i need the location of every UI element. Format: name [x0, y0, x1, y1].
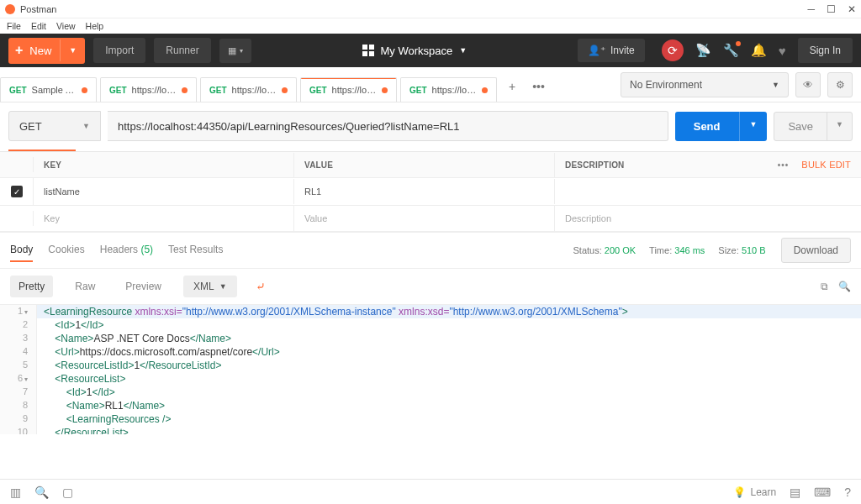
tab-overflow-button[interactable]: ••• — [524, 71, 553, 102]
url-input[interactable]: https://localhost:44350/api/LearningReso… — [108, 111, 668, 141]
signin-button[interactable]: Sign In — [798, 38, 853, 63]
checkbox-icon[interactable]: ✓ — [11, 186, 23, 197]
send-label: Send — [675, 112, 739, 141]
save-label: Save — [774, 113, 827, 140]
params-row: ✓ listName RL1 — [0, 178, 861, 206]
columns-options-button[interactable]: ••• — [778, 160, 790, 170]
person-plus-icon: 👤⁺ — [588, 45, 605, 56]
console-icon[interactable]: ▢ — [62, 486, 73, 499]
request-tab[interactable]: GEThttps://localh — [400, 77, 497, 102]
response-body-viewer[interactable]: 1▾<LearningResource xmlns:xsi="http://ww… — [0, 304, 861, 434]
tab-ribbon: GETSample API c GEThttps://localh GEThtt… — [0, 67, 861, 102]
request-tab[interactable]: GEThttps://localh — [100, 77, 197, 102]
plus-icon: + — [8, 43, 29, 58]
chevron-down-icon: ▼ — [219, 282, 227, 291]
wrap-lines-button[interactable]: ⤶ — [251, 276, 271, 297]
lightbulb-icon: 💡 — [733, 486, 746, 498]
help-icon[interactable]: ? — [844, 486, 851, 499]
col-value: VALUE — [294, 153, 555, 177]
param-value-input[interactable]: Value — [294, 206, 555, 231]
request-bar: GET ▼ https://localhost:44350/api/Learni… — [0, 102, 861, 150]
wrench-icon[interactable]: 🔧 — [723, 43, 739, 58]
response-meta-bar: Body Cookies Headers (5) Test Results St… — [0, 232, 861, 268]
size-value: 510 B — [742, 245, 766, 255]
learn-button[interactable]: 💡 Learn — [733, 486, 777, 498]
import-button[interactable]: Import — [93, 38, 145, 63]
settings-button[interactable]: ⚙ — [827, 72, 853, 97]
find-icon[interactable]: 🔍 — [34, 486, 49, 499]
environment-quicklook-button[interactable]: 👁 — [795, 72, 821, 97]
top-toolbar: + New ▼ Import Runner ▦▾ My Workspace ▼ … — [0, 34, 861, 67]
grid-icon — [362, 45, 374, 56]
chevron-down-icon[interactable]: ▼ — [60, 39, 85, 61]
request-tab[interactable]: GEThttps://localh — [200, 77, 297, 102]
heart-icon[interactable]: ♥ — [779, 44, 786, 58]
format-selector[interactable]: XML ▼ — [183, 276, 237, 297]
new-tab-button[interactable]: + — [500, 71, 524, 102]
environment-selector[interactable]: No Environment ▼ — [621, 72, 789, 97]
response-tab-body[interactable]: Body — [10, 239, 33, 262]
menu-help[interactable]: Help — [86, 21, 104, 31]
sync-status-icon[interactable]: ⟳ — [662, 39, 684, 61]
menu-file[interactable]: File — [7, 21, 21, 31]
view-preview-button[interactable]: Preview — [117, 276, 170, 297]
response-status-summary: Status: 200 OK Time: 346 ms Size: 510 B — [573, 245, 765, 255]
response-tab-headers[interactable]: Headers (5) — [100, 239, 153, 262]
chevron-down-icon: ▼ — [772, 81, 779, 89]
workspace-label: My Workspace — [381, 45, 453, 57]
download-button[interactable]: Download — [781, 238, 851, 263]
response-tab-cookies[interactable]: Cookies — [48, 239, 84, 262]
unsaved-dot-icon — [82, 87, 87, 93]
params-table: KEY VALUE DESCRIPTION ••• Bulk Edit ✓ li… — [0, 151, 861, 232]
view-pretty-button[interactable]: Pretty — [10, 276, 53, 297]
unsaved-dot-icon — [282, 87, 288, 93]
menu-view[interactable]: View — [56, 21, 76, 31]
keyboard-shortcuts-icon[interactable]: ⌨ — [814, 486, 831, 499]
request-tab[interactable]: GETSample API c — [0, 77, 97, 102]
params-row-empty: Key Value Description — [0, 206, 861, 232]
col-key: KEY — [34, 153, 294, 177]
params-header-row: KEY VALUE DESCRIPTION ••• Bulk Edit — [0, 152, 861, 178]
app-title: Postman — [20, 4, 807, 14]
chevron-down-icon: ▼ — [459, 46, 467, 55]
new-button-label: New — [29, 38, 60, 64]
sidebar-toggle-icon[interactable]: ▥ — [10, 486, 21, 499]
chevron-down-icon[interactable]: ▼ — [827, 113, 852, 140]
open-new-button[interactable]: ▦▾ — [219, 39, 251, 63]
param-key-cell[interactable]: listName — [34, 179, 294, 204]
workspace-selector[interactable]: My Workspace ▼ — [362, 45, 467, 57]
window-minimize-icon[interactable]: ─ — [807, 3, 815, 15]
save-button[interactable]: Save ▼ — [774, 112, 853, 141]
satellite-icon[interactable]: 📡 — [695, 43, 711, 58]
col-description: DESCRIPTION ••• Bulk Edit — [555, 152, 861, 177]
param-desc-cell[interactable] — [555, 184, 861, 199]
window-close-icon[interactable]: ✕ — [848, 3, 856, 15]
method-label: GET — [19, 120, 42, 133]
response-tab-tests[interactable]: Test Results — [168, 239, 223, 262]
request-tab[interactable]: GEThttps://localh — [300, 77, 397, 102]
copy-icon[interactable]: ⧉ — [821, 281, 828, 292]
bulk-edit-link[interactable]: Bulk Edit — [801, 160, 851, 170]
chevron-down-icon[interactable]: ▼ — [739, 112, 768, 141]
search-icon[interactable]: 🔍 — [838, 281, 851, 292]
param-key-input[interactable]: Key — [34, 206, 294, 231]
menu-bar: File Edit View Help — [0, 18, 861, 34]
tab-strip: GETSample API c GEThttps://localh GEThtt… — [0, 67, 612, 102]
send-button[interactable]: Send ▼ — [675, 112, 768, 141]
view-raw-button[interactable]: Raw — [66, 276, 103, 297]
format-label: XML — [193, 281, 214, 292]
panes-icon[interactable]: ▤ — [790, 486, 800, 499]
runner-button[interactable]: Runner — [154, 38, 210, 63]
unsaved-dot-icon — [382, 87, 388, 93]
param-desc-input[interactable]: Description — [555, 206, 861, 231]
time-value: 346 ms — [674, 245, 705, 255]
new-button[interactable]: + New ▼ — [8, 38, 85, 64]
status-value: 200 OK — [605, 245, 636, 255]
menu-edit[interactable]: Edit — [31, 21, 46, 31]
method-selector[interactable]: GET ▼ — [8, 111, 101, 141]
param-value-cell[interactable]: RL1 — [294, 179, 555, 204]
unsaved-dot-icon — [182, 87, 188, 93]
bell-icon[interactable]: 🔔 — [751, 43, 767, 58]
window-maximize-icon[interactable]: ☐ — [827, 3, 836, 15]
invite-button[interactable]: 👤⁺ Invite — [578, 39, 645, 62]
